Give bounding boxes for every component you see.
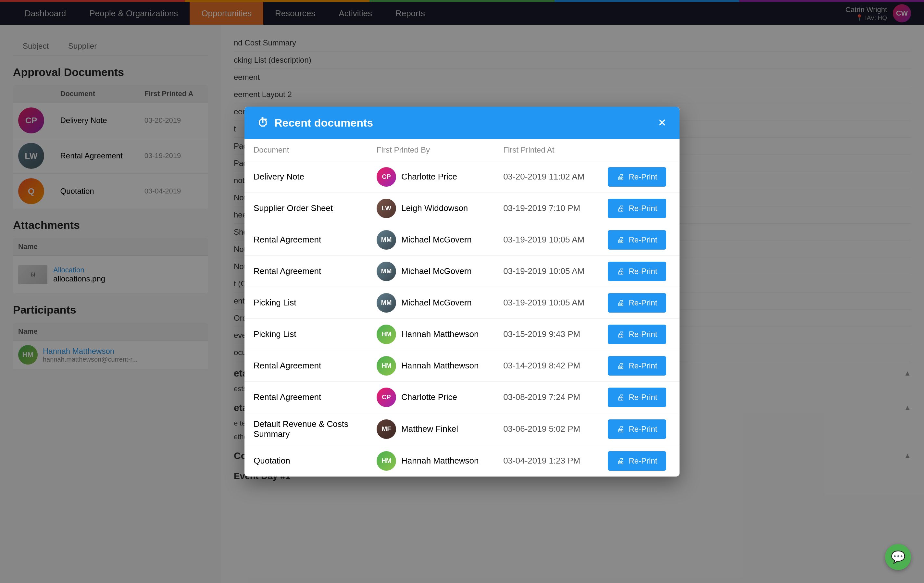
printer-icon: 🖨 — [617, 267, 625, 276]
avatar: MM — [376, 293, 396, 313]
modal-doc-name: Rental Agreement — [244, 255, 368, 287]
modal-date: 03-08-2019 7:24 PM — [494, 381, 599, 413]
modal-date: 03-19-2019 10:05 AM — [494, 224, 599, 255]
printer-icon: 🖨 — [617, 361, 625, 371]
printer-icon: 🖨 — [617, 456, 625, 466]
modal-doc-name: Default Revenue & Costs Summary — [244, 413, 368, 445]
modal-user-cell: MMMichael McGovern — [368, 255, 494, 287]
modal-date: 03-20-2019 11:02 AM — [494, 161, 599, 193]
avatar: MM — [376, 262, 396, 281]
clock-icon: ⏱ — [257, 117, 269, 129]
user-name: Hannah Matthewson — [401, 361, 478, 371]
modal-user-cell: MMMichael McGovern — [368, 224, 494, 255]
user-name: Leigh Widdowson — [401, 203, 468, 213]
reprint-button[interactable]: 🖨 Re-Print — [608, 167, 666, 187]
modal-user-cell: HMHannah Matthewson — [368, 445, 494, 476]
printer-icon: 🖨 — [617, 393, 625, 402]
table-row: Picking ListHMHannah Matthewson03-15-201… — [244, 318, 680, 350]
table-row: Supplier Order SheetLWLeigh Widdowson03-… — [244, 193, 680, 224]
modal-user-cell: MFMatthew Finkel — [368, 413, 494, 445]
modal-date: 03-19-2019 10:05 AM — [494, 287, 599, 318]
table-row: Rental AgreementMMMichael McGovern03-19-… — [244, 255, 680, 287]
table-row: Rental AgreementCPCharlotte Price03-08-2… — [244, 381, 680, 413]
user-name: Michael McGovern — [401, 266, 472, 276]
modal-col-document: Document — [244, 139, 368, 161]
user-name: Michael McGovern — [401, 298, 472, 308]
reprint-button[interactable]: 🖨 Re-Print — [608, 388, 666, 407]
reprint-button[interactable]: 🖨 Re-Print — [608, 356, 666, 375]
avatar: MF — [376, 419, 396, 439]
modal-date: 03-15-2019 9:43 PM — [494, 318, 599, 350]
modal-body: Document First Printed By First Printed … — [244, 139, 680, 476]
user-name: Charlotte Price — [401, 392, 457, 402]
table-row: Default Revenue & Costs SummaryMFMatthew… — [244, 413, 680, 445]
modal-date: 03-14-2019 8:42 PM — [494, 350, 599, 381]
modal-doc-name: Quotation — [244, 445, 368, 476]
modal-user-cell: CPCharlotte Price — [368, 381, 494, 413]
modal-doc-name: Rental Agreement — [244, 381, 368, 413]
table-row: Rental AgreementMMMichael McGovern03-19-… — [244, 224, 680, 255]
modal-col-printed-at: First Printed At — [494, 139, 599, 161]
modal-header: ⏱ Recent documents ✕ — [244, 107, 680, 139]
avatar: CP — [376, 388, 396, 407]
reprint-button[interactable]: 🖨 Re-Print — [608, 199, 666, 218]
modal-doc-name: Rental Agreement — [244, 224, 368, 255]
printer-icon: 🖨 — [617, 236, 625, 244]
printer-icon: 🖨 — [617, 298, 625, 307]
chat-fab-button[interactable]: 💬 — [885, 544, 911, 570]
modal-col-printed-by: First Printed By — [368, 139, 494, 161]
table-row: Delivery NoteCPCharlotte Price03-20-2019… — [244, 161, 680, 193]
user-name: Hannah Matthewson — [401, 456, 478, 466]
printer-icon: 🖨 — [617, 204, 625, 213]
modal-overlay[interactable]: ⏱ Recent documents ✕ Document First Prin… — [0, 0, 924, 583]
modal-user-cell: HMHannah Matthewson — [368, 318, 494, 350]
reprint-button[interactable]: 🖨 Re-Print — [608, 419, 666, 439]
user-name: Michael McGovern — [401, 235, 472, 245]
avatar: CP — [376, 167, 396, 187]
modal-close-button[interactable]: ✕ — [658, 117, 667, 128]
avatar: LW — [376, 199, 396, 218]
reprint-button[interactable]: 🖨 Re-Print — [608, 262, 666, 281]
printer-icon: 🖨 — [617, 172, 625, 181]
avatar: HM — [376, 356, 396, 375]
modal-user-cell: HMHannah Matthewson — [368, 350, 494, 381]
modal-doc-name: Picking List — [244, 287, 368, 318]
user-name: Matthew Finkel — [401, 424, 458, 434]
modal-doc-name: Supplier Order Sheet — [244, 193, 368, 224]
modal-doc-name: Rental Agreement — [244, 350, 368, 381]
recent-documents-modal: ⏱ Recent documents ✕ Document First Prin… — [244, 107, 680, 476]
avatar: MM — [376, 230, 396, 250]
reprint-button[interactable]: 🖨 Re-Print — [608, 451, 666, 471]
printer-icon: 🖨 — [617, 330, 625, 339]
reprint-button[interactable]: 🖨 Re-Print — [608, 324, 666, 344]
modal-title: ⏱ Recent documents — [257, 117, 373, 129]
modal-documents-table: Document First Printed By First Printed … — [244, 139, 680, 476]
modal-doc-name: Delivery Note — [244, 161, 368, 193]
modal-date: 03-06-2019 5:02 PM — [494, 413, 599, 445]
reprint-button[interactable]: 🖨 Re-Print — [608, 293, 666, 313]
avatar: HM — [376, 451, 396, 471]
modal-date: 03-19-2019 7:10 PM — [494, 193, 599, 224]
user-name: Hannah Matthewson — [401, 329, 478, 339]
table-row: Rental AgreementHMHannah Matthewson03-14… — [244, 350, 680, 381]
table-row: Picking ListMMMichael McGovern03-19-2019… — [244, 287, 680, 318]
modal-col-action — [599, 139, 680, 161]
modal-date: 03-19-2019 10:05 AM — [494, 255, 599, 287]
modal-user-cell: LWLeigh Widdowson — [368, 193, 494, 224]
user-name: Charlotte Price — [401, 172, 457, 182]
modal-date: 03-04-2019 1:23 PM — [494, 445, 599, 476]
reprint-button[interactable]: 🖨 Re-Print — [608, 230, 666, 250]
chat-icon: 💬 — [891, 550, 906, 564]
avatar: HM — [376, 324, 396, 344]
table-row: QuotationHMHannah Matthewson03-04-2019 1… — [244, 445, 680, 476]
modal-user-cell: CPCharlotte Price — [368, 161, 494, 193]
modal-doc-name: Picking List — [244, 318, 368, 350]
printer-icon: 🖨 — [617, 425, 625, 434]
modal-user-cell: MMMichael McGovern — [368, 287, 494, 318]
